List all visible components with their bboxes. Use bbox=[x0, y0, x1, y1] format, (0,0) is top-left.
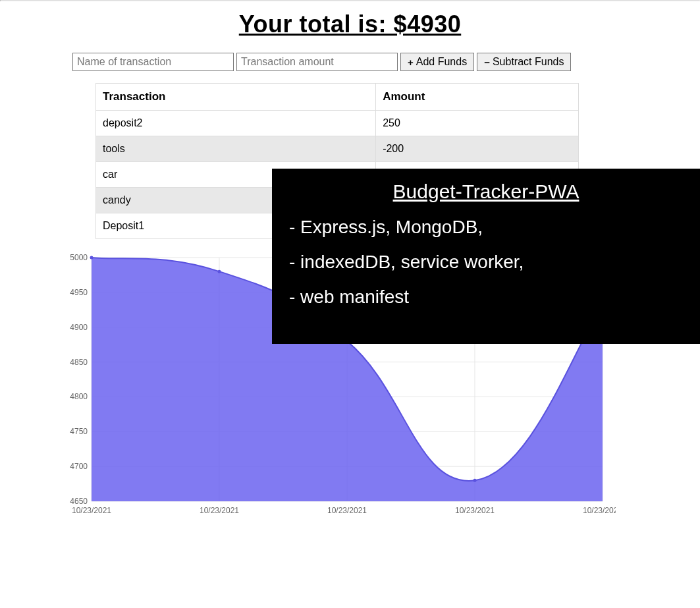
table-row: tools -200 bbox=[96, 136, 579, 162]
svg-text:10/23/2021: 10/23/2021 bbox=[455, 506, 495, 515]
cell-transaction: deposit2 bbox=[96, 111, 376, 136]
plus-icon: + bbox=[408, 57, 414, 67]
overlay-item: web manifest bbox=[289, 279, 683, 314]
svg-text:10/23/2021: 10/23/2021 bbox=[72, 506, 111, 515]
svg-text:10/23/2021: 10/23/2021 bbox=[583, 506, 616, 515]
svg-point-28 bbox=[218, 270, 221, 273]
page-title: Your total is: $4930 bbox=[0, 11, 700, 38]
cell-amount: -200 bbox=[376, 136, 579, 162]
svg-text:10/23/2021: 10/23/2021 bbox=[200, 506, 239, 515]
svg-point-30 bbox=[473, 479, 477, 482]
add-funds-label: Add Funds bbox=[416, 56, 467, 68]
th-transaction: Transaction bbox=[96, 84, 376, 111]
cell-amount: 250 bbox=[376, 111, 579, 136]
svg-text:4900: 4900 bbox=[70, 323, 88, 332]
svg-text:5000: 5000 bbox=[70, 253, 88, 262]
svg-text:4950: 4950 bbox=[70, 288, 88, 297]
cell-transaction: tools bbox=[96, 136, 376, 162]
svg-text:4800: 4800 bbox=[70, 392, 88, 401]
subtract-funds-button[interactable]: − Subtract Funds bbox=[477, 53, 571, 71]
table-row: deposit2 250 bbox=[96, 111, 579, 136]
transaction-form: + Add Funds − Subtract Funds bbox=[72, 53, 700, 71]
overlay-title: Budget-Tracker-PWA bbox=[289, 180, 683, 203]
add-funds-button[interactable]: + Add Funds bbox=[400, 53, 474, 71]
svg-text:4750: 4750 bbox=[70, 427, 88, 436]
th-amount: Amount bbox=[376, 84, 579, 111]
svg-text:4850: 4850 bbox=[70, 358, 88, 367]
svg-text:4650: 4650 bbox=[70, 497, 88, 506]
transaction-name-input[interactable] bbox=[72, 53, 234, 71]
overlay-item: Express.js, MongoDB, bbox=[289, 209, 683, 244]
minus-icon: − bbox=[484, 57, 490, 67]
svg-text:4700: 4700 bbox=[70, 462, 88, 471]
info-overlay: Budget-Tracker-PWA Express.js, MongoDB, … bbox=[272, 169, 700, 344]
svg-text:10/23/2021: 10/23/2021 bbox=[327, 506, 367, 515]
svg-point-27 bbox=[90, 256, 94, 260]
overlay-item: indexedDB, service worker, bbox=[289, 244, 683, 279]
transaction-amount-input[interactable] bbox=[236, 53, 398, 71]
subtract-funds-label: Subtract Funds bbox=[493, 56, 564, 68]
